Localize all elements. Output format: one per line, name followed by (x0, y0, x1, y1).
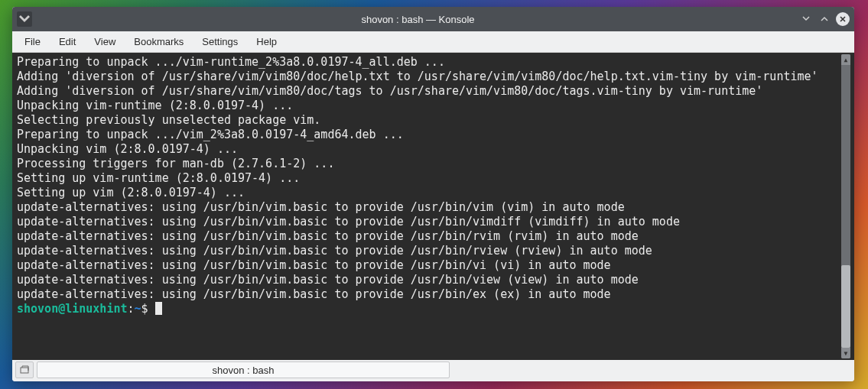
terminal-cursor (155, 302, 162, 315)
minimize-button[interactable] (799, 12, 813, 26)
terminal-container: Preparing to unpack .../vim-runtime_2%3a… (12, 53, 854, 360)
terminal[interactable]: Preparing to unpack .../vim-runtime_2%3a… (15, 54, 851, 358)
menu-settings[interactable]: Settings (193, 33, 247, 50)
scrollbar-thumb[interactable] (841, 265, 850, 348)
titlebar-menu-icon[interactable] (17, 11, 32, 27)
maximize-button[interactable] (818, 12, 831, 26)
scrollbar-down-button[interactable]: ▼ (841, 348, 850, 358)
close-button[interactable] (836, 12, 850, 26)
menubar: File Edit View Bookmarks Settings Help (12, 31, 854, 53)
tabbar: shovon : bash (12, 360, 854, 381)
menu-view[interactable]: View (85, 33, 125, 50)
window-titlebar[interactable]: shovon : bash — Konsole (12, 7, 854, 31)
menu-edit[interactable]: Edit (50, 33, 85, 50)
menu-bookmarks[interactable]: Bookmarks (125, 33, 193, 50)
konsole-window: shovon : bash — Konsole File Edit View B… (12, 7, 854, 381)
tab-label: shovon : bash (213, 365, 275, 376)
terminal-tab[interactable]: shovon : bash (37, 361, 450, 378)
prompt-symbol: $ (141, 302, 155, 316)
prompt-user-host: shovon@linuxhint (17, 302, 128, 316)
new-tab-button[interactable] (15, 361, 34, 378)
scrollbar-up-button[interactable]: ▲ (841, 54, 850, 65)
window-title: shovon : bash — Konsole (37, 14, 799, 25)
terminal-scrollbar[interactable]: ▲▼ (840, 54, 851, 358)
prompt-path: ~ (135, 302, 141, 316)
menu-help[interactable]: Help (247, 33, 286, 50)
menu-file[interactable]: File (15, 33, 50, 50)
window-controls (799, 12, 850, 26)
svg-rect-0 (21, 368, 28, 373)
